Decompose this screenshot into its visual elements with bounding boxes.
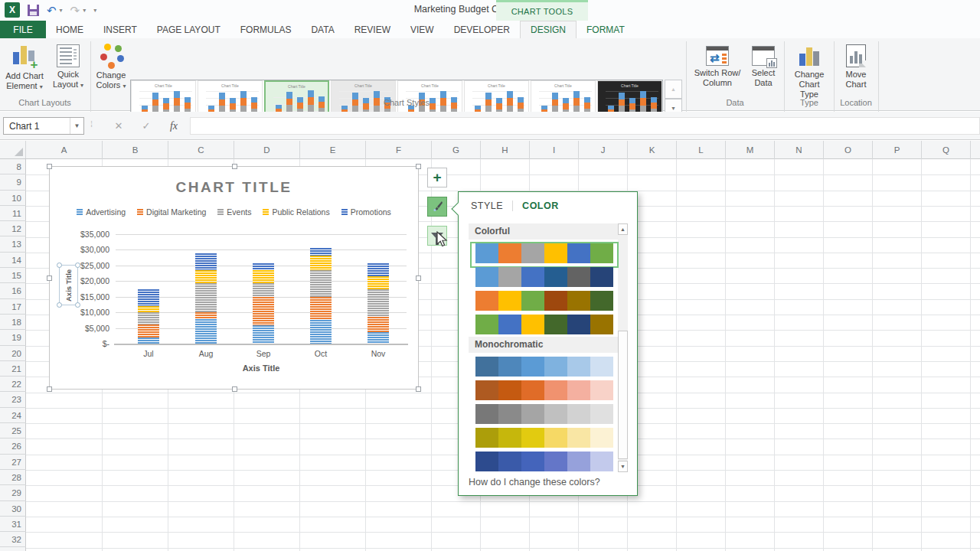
chart-legend[interactable]: AdvertisingDigital MarketingEventsPublic… (50, 207, 418, 217)
tab-formulas[interactable]: FORMULAS (230, 21, 302, 38)
bar-segment-digital-marketing[interactable] (253, 297, 274, 325)
palette-row[interactable] (475, 452, 613, 471)
column-header-H[interactable]: H (481, 141, 530, 159)
row-header-31[interactable]: 31 (0, 517, 26, 532)
change-colors-button[interactable]: ChangeColors ▾ (93, 41, 129, 111)
tab-insert[interactable]: INSERT (93, 21, 147, 38)
chart-resize-handle[interactable] (232, 386, 237, 392)
chart-resize-handle[interactable] (416, 164, 421, 169)
bar-segment-public-relations[interactable] (138, 306, 159, 312)
insert-function-icon[interactable]: fx (164, 117, 184, 135)
legend-item-digital-marketing[interactable]: Digital Marketing (137, 207, 206, 217)
row-header-30[interactable]: 30 (0, 501, 26, 517)
bar-segment-promotions[interactable] (195, 253, 217, 270)
column-header-F[interactable]: F (366, 141, 432, 159)
legend-item-public-relations[interactable]: Public Relations (263, 207, 329, 217)
column-header-A[interactable]: A (26, 141, 103, 159)
column-header-P[interactable]: P (873, 141, 922, 159)
bar-segment-advertising[interactable] (253, 325, 274, 344)
bar-segment-events[interactable] (368, 289, 389, 317)
row-header-21[interactable]: 21 (0, 361, 26, 377)
chart-resize-handle[interactable] (47, 386, 52, 392)
column-header-B[interactable]: B (103, 141, 168, 159)
row-header-11[interactable]: 11 (0, 206, 26, 221)
bar-segment-advertising[interactable] (310, 320, 332, 344)
row-header-29[interactable]: 29 (0, 485, 26, 500)
bar-segment-promotions[interactable] (138, 289, 159, 306)
tab-review[interactable]: REVIEW (345, 21, 400, 38)
column-header-K[interactable]: K (628, 141, 677, 159)
popup-scrollbar[interactable]: ▲ ▼ (618, 223, 628, 472)
column-header-D[interactable]: D (234, 141, 300, 159)
row-header-9[interactable]: 9 (0, 174, 26, 190)
tab-page-layout[interactable]: PAGE LAYOUT (147, 21, 230, 38)
legend-item-advertising[interactable]: Advertising (77, 207, 126, 217)
popup-tab-style[interactable]: STYLE (471, 201, 503, 211)
bar-segment-digital-marketing[interactable] (310, 297, 332, 320)
name-box[interactable]: Chart 1 ▼ (3, 117, 84, 135)
row-header-13[interactable]: 13 (0, 236, 26, 252)
column-header-N[interactable]: N (775, 141, 824, 159)
palette-row[interactable] (475, 357, 613, 377)
help-link[interactable]: How do I change these colors? (469, 477, 600, 487)
column-header-E[interactable]: E (300, 141, 366, 159)
row-header-12[interactable]: 12 (0, 221, 26, 236)
column-header-C[interactable]: C (168, 141, 234, 159)
scroll-up-icon[interactable]: ▲ (618, 223, 628, 235)
column-header-L[interactable]: L (677, 141, 726, 159)
row-header-20[interactable]: 20 (0, 346, 26, 361)
chart-object[interactable]: CHART TITLE AdvertisingDigital Marketing… (49, 166, 419, 390)
row-header-28[interactable]: 28 (0, 470, 26, 485)
popup-tab-color[interactable]: COLOR (522, 201, 559, 211)
row-header-24[interactable]: 24 (0, 408, 26, 423)
tab-file[interactable]: FILE (0, 21, 46, 38)
bar-segment-events[interactable] (195, 283, 217, 312)
bar-segment-events[interactable] (138, 312, 159, 324)
bar-segment-public-relations[interactable] (195, 270, 217, 283)
palette-row[interactable] (475, 404, 613, 424)
bar-segment-events[interactable] (310, 270, 332, 297)
legend-item-promotions[interactable]: Promotions (341, 207, 391, 217)
chart-resize-handle[interactable] (47, 164, 52, 169)
row-header-25[interactable]: 25 (0, 423, 26, 439)
row-header-26[interactable]: 26 (0, 439, 26, 454)
chart-resize-handle[interactable] (232, 164, 237, 169)
bar-segment-promotions[interactable] (368, 263, 389, 276)
row-header-22[interactable]: 22 (0, 377, 26, 392)
row-header-23[interactable]: 23 (0, 392, 26, 407)
row-header-8[interactable]: 8 (0, 159, 26, 174)
palette-row[interactable] (475, 428, 613, 448)
tab-format[interactable]: FORMAT (577, 21, 635, 38)
scrollbar-thumb[interactable] (618, 331, 628, 459)
formula-input[interactable] (190, 117, 980, 135)
column-header-M[interactable]: M (726, 141, 775, 159)
palette-row[interactable] (475, 243, 613, 263)
palette-row[interactable] (475, 267, 613, 287)
row-header-19[interactable]: 19 (0, 330, 26, 345)
column-header-G[interactable]: G (432, 141, 481, 159)
select-all-corner[interactable] (0, 141, 26, 158)
tab-view[interactable]: VIEW (400, 21, 444, 38)
chart-elements-button[interactable]: + (427, 168, 447, 187)
scroll-down-icon[interactable]: ▼ (618, 461, 628, 472)
bar-segment-digital-marketing[interactable] (138, 324, 159, 337)
bar-segment-digital-marketing[interactable] (368, 317, 389, 332)
tab-design[interactable]: DESIGN (520, 21, 577, 38)
gallery-scroll-up-icon[interactable]: ▲ (665, 80, 682, 99)
bar-segment-public-relations[interactable] (310, 256, 332, 270)
row-header-14[interactable]: 14 (0, 253, 26, 268)
name-box-dropdown-icon[interactable]: ▼ (70, 118, 83, 134)
row-header-32[interactable]: 32 (0, 532, 26, 547)
column-header-Q[interactable]: Q (922, 141, 971, 159)
palette-row[interactable] (475, 291, 613, 311)
bar-segment-digital-marketing[interactable] (195, 312, 217, 319)
bar-segment-public-relations[interactable] (368, 276, 389, 289)
row-header-18[interactable]: 18 (0, 315, 26, 330)
row-header-10[interactable]: 10 (0, 191, 26, 206)
bar-segment-public-relations[interactable] (253, 270, 274, 283)
column-header-J[interactable]: J (579, 141, 628, 159)
row-header-16[interactable]: 16 (0, 283, 26, 298)
row-header-15[interactable]: 15 (0, 268, 26, 283)
bar-segment-advertising[interactable] (195, 319, 217, 344)
bar-segment-promotions[interactable] (253, 263, 274, 269)
